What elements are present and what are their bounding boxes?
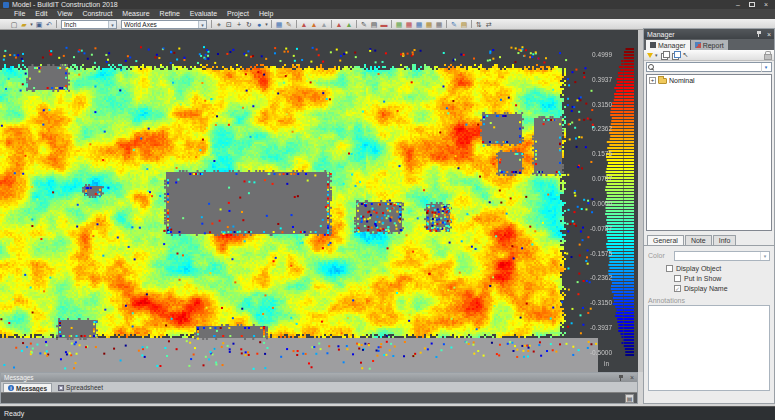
target-tool-2-icon[interactable]: ▲ [344, 20, 354, 29]
property-body: Color ▾ Display Object Put in Show ✓ Dis… [644, 246, 774, 404]
search-row: ▾ [644, 61, 774, 73]
menu-evaluate[interactable]: Evaluate [185, 9, 222, 19]
report-table-icon[interactable]: ▦ [394, 20, 404, 29]
pan-tool-icon[interactable]: + [234, 20, 244, 29]
menu-view[interactable]: View [52, 9, 77, 19]
report-table-5-icon[interactable]: ▦ [434, 20, 444, 29]
menu-construct[interactable]: Construct [77, 9, 117, 19]
scale-tick-label: -0.2362 [572, 274, 612, 282]
toolbar-separator [471, 20, 472, 28]
chevron-down-icon[interactable]: ▾ [108, 21, 116, 28]
display-object-label: Display Object [676, 265, 721, 272]
toolbar-grip [4, 21, 7, 28]
pin-icon[interactable] [756, 31, 762, 38]
display-object-checkbox[interactable] [666, 265, 673, 272]
info-icon: i [8, 385, 14, 391]
grid-view-icon[interactable]: ▦ [274, 20, 284, 29]
annotate-icon[interactable]: ✎ [284, 20, 294, 29]
object-tree[interactable]: + Nominal [646, 74, 772, 231]
close-button[interactable]: × [764, 0, 768, 9]
scale-tick-label: 0.4999 [572, 51, 612, 59]
title-bar: Model - BuildIT Construction 2018 – × [0, 0, 775, 9]
menu-help[interactable]: Help [254, 9, 278, 19]
chevron-down-icon[interactable]: ▾ [198, 21, 206, 28]
zoom-window-icon[interactable]: ⊡ [224, 20, 234, 29]
menu-project[interactable]: Project [222, 9, 254, 19]
close-icon[interactable]: × [630, 373, 634, 382]
tab-manager[interactable]: Manager [646, 40, 690, 50]
copy-icon[interactable] [661, 51, 669, 59]
model-viewport[interactable]: 0.49990.39370.31500.23620.15750.07870.00… [0, 30, 638, 372]
search-box[interactable]: ▾ [646, 62, 772, 72]
spreadsheet-icon [58, 385, 64, 391]
tab-info[interactable]: Info [713, 235, 737, 245]
pin-icon[interactable] [618, 375, 624, 381]
scan-tool-icon[interactable]: ▲ [299, 20, 309, 29]
filter-icon[interactable] [647, 53, 653, 58]
display-name-checkbox[interactable]: ✓ [674, 285, 681, 292]
tree-item-label: Nominal [669, 77, 695, 84]
search-input[interactable] [655, 63, 761, 71]
orbit-tool-icon[interactable]: ↻ [244, 20, 254, 29]
edit-cloud-icon[interactable]: ✎ [359, 20, 369, 29]
label-tool-icon[interactable]: ✎ [449, 20, 459, 29]
tab-messages[interactable]: i Messages [3, 383, 52, 392]
tab-spreadsheet[interactable]: Spreadsheet [54, 383, 107, 392]
chevron-down-icon[interactable]: ▾ [760, 252, 769, 260]
new-file-icon[interactable]: ▢ [9, 20, 19, 29]
report-table-2-icon[interactable]: ▦ [404, 20, 414, 29]
tab-general[interactable]: General [647, 235, 684, 245]
menu-measure[interactable]: Measure [117, 9, 154, 19]
close-icon[interactable]: × [767, 30, 771, 39]
scale-tick-label: -0.3937 [572, 324, 612, 332]
tab-report-label: Report [703, 42, 724, 49]
duplicate-icon[interactable] [672, 51, 680, 59]
report-tab-icon [695, 42, 701, 48]
color-combobox[interactable]: ▾ [674, 251, 770, 261]
tab-report[interactable]: Report [691, 40, 728, 50]
units-combobox[interactable]: Inch ▾ [61, 20, 117, 29]
minimize-button[interactable]: – [736, 0, 740, 9]
report-table-4-icon[interactable]: ▦ [424, 20, 434, 29]
select-cursor-icon[interactable]: ↖ [683, 51, 689, 59]
view-dropdown-icon[interactable]: ▾ [264, 20, 269, 29]
sheet-tool-icon[interactable]: ▤ [369, 20, 379, 29]
scan-tool-2-icon[interactable]: ▲ [309, 20, 319, 29]
open-file-icon[interactable]: ▰ [19, 20, 29, 29]
toolbar-separator [391, 20, 392, 28]
messages-options-button[interactable]: ▤ [625, 394, 634, 403]
tree-item-nominal[interactable]: + Nominal [649, 77, 769, 84]
menu-file[interactable]: File [9, 9, 30, 19]
render-mode-icon[interactable]: ● [254, 20, 264, 29]
scan-tool-3-icon[interactable]: ▲ [319, 20, 329, 29]
point-cloud-heatmap[interactable] [0, 30, 638, 372]
report-table-3-icon[interactable]: ▦ [414, 20, 424, 29]
select-tool-icon[interactable]: ⌖ [214, 20, 224, 29]
remove-points-icon[interactable]: ▬ [379, 20, 389, 29]
tab-note[interactable]: Note [685, 235, 712, 245]
tree-expand-icon[interactable]: + [649, 77, 656, 84]
messages-panel: Messages × i Messages Spreadsheet ▤ [0, 372, 638, 404]
messages-tabs: i Messages Spreadsheet [1, 382, 637, 392]
maximize-button[interactable] [749, 2, 755, 7]
coordinate-system-combobox[interactable]: World Axes ▾ [121, 20, 207, 29]
sync-left-right-icon[interactable]: ⇄ [484, 20, 494, 29]
annotations-textarea[interactable] [648, 305, 770, 391]
undo-icon[interactable]: ↶ [44, 20, 54, 29]
search-dropdown-icon[interactable]: ▾ [761, 63, 770, 72]
menu-bar: FileEditViewConstructMeasureRefineEvalua… [0, 9, 775, 19]
menu-edit[interactable]: Edit [30, 9, 52, 19]
filter-dropdown-icon[interactable]: ▾ [655, 52, 658, 58]
notes-tool-icon[interactable]: ▤ [459, 20, 469, 29]
put-in-show-checkbox[interactable] [674, 275, 681, 282]
app-logo-icon [3, 2, 9, 8]
menu-refine[interactable]: Refine [155, 9, 185, 19]
messages-content[interactable]: ▤ [1, 392, 637, 403]
property-tabs: General Note Info [644, 234, 774, 246]
annotations-label: Annotations [648, 297, 770, 304]
scale-tick-label: 0.3150 [572, 101, 612, 109]
sync-up-down-icon[interactable]: ⇅ [474, 20, 484, 29]
save-icon[interactable]: ▣ [34, 20, 44, 29]
target-tool-icon[interactable]: ▲ [334, 20, 344, 29]
menu-items: FileEditViewConstructMeasureRefineEvalua… [9, 9, 278, 19]
